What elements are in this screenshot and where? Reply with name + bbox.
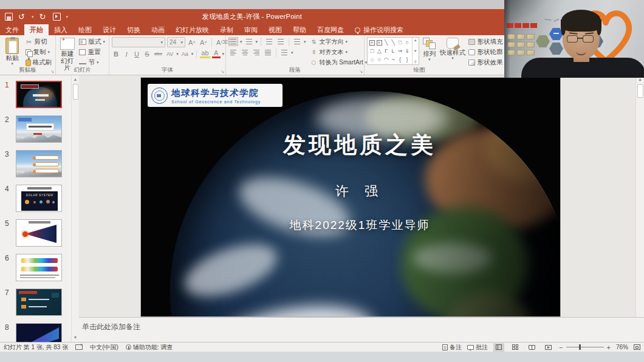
align-text-button[interactable]: ⇕ 对齐文本 ▾ [310,47,368,56]
shape-arrow-right-icon[interactable]: ⇒ [397,47,403,55]
zoom-in-icon[interactable]: + [607,344,611,350]
comments-toggle-button[interactable]: 批注 [467,343,488,352]
shape-textbox-icon[interactable]: A [369,40,375,46]
font-dialog-launcher-icon[interactable]: ↘ [221,69,224,74]
grow-font-icon[interactable]: A˄ [187,38,197,47]
shape-arc-icon[interactable]: ◠ [383,55,389,64]
quick-styles-button[interactable]: 快速样式 ▾ [440,37,466,60]
tab-help[interactable]: 帮助 [287,24,312,35]
notes-toggle-button[interactable]: 备注 [442,343,462,352]
slide-thumbnail-3[interactable] [16,150,62,177]
slide-author[interactable]: 许 强 [159,182,560,200]
fit-slide-icon[interactable] [634,344,640,350]
shape-oval-icon[interactable]: ○ [403,38,410,47]
tab-design[interactable]: 设计 [97,24,122,35]
zoom-slider[interactable] [566,347,604,347]
tab-review[interactable]: 审阅 [239,24,263,35]
shape-textbox2-icon[interactable]: A [377,40,382,46]
shape-line-icon[interactable]: ╲ [383,38,389,47]
tab-file[interactable]: 文件 [0,24,24,35]
slide-thumbnail-1[interactable] [16,81,62,108]
tab-slideshow[interactable]: 幻灯片放映 [170,24,214,35]
slide-thumbnail-2[interactable] [16,115,62,143]
thumbnail-row-7[interactable]: 7 [0,289,71,316]
columns-icon[interactable] [279,48,289,57]
slideshow-view-button[interactable] [543,343,553,352]
justify-icon[interactable] [263,48,273,57]
scroll-down-icon[interactable]: ▼ [74,335,78,341]
tab-animations[interactable]: 动画 [146,24,170,35]
thumbnail-row-5[interactable]: 5 [0,219,71,247]
slide-subtitle[interactable]: 地科2022级1班学业导师 [159,217,560,233]
paste-button[interactable]: 粘贴 ▾ [2,37,22,66]
shape-elbow-icon[interactable]: Γ [383,47,389,55]
shape-rect-icon[interactable]: □ [397,38,403,47]
shapes-scroll-up-icon[interactable]: ▲ [414,38,417,42]
cut-button[interactable]: ✂ 剪切 [24,37,53,47]
shape-rounded-rect-icon[interactable]: □ [369,47,375,55]
underline-button[interactable]: U [132,49,141,58]
thumbnail-row-3[interactable]: 3 [0,150,71,177]
thumbnail-scrollbar[interactable]: ▲ ▼ [71,75,79,342]
normal-view-button[interactable] [493,343,504,352]
tell-me-search[interactable]: 操作说明搜索 [349,24,409,35]
shapes-gallery[interactable]: A A ╲ ╲ □ ○ □ △ Γ L ⇒ ⇓ ⌂ ☆ ◠ ~ { [367,37,419,65]
character-spacing-button[interactable]: AV [165,49,174,58]
slide-sorter-view-button[interactable] [510,343,521,352]
slide-thumbnail-4[interactable]: SOLAR SYSTEM [16,185,62,212]
tab-home[interactable]: 开始 [24,24,49,35]
zoom-percentage[interactable]: 76% [616,344,628,350]
thumbnail-row-6[interactable]: 6 [0,254,71,281]
text-direction-button[interactable]: ⇅ 文字方向 ▾ [310,37,368,46]
slide-thumbnail-5[interactable] [16,219,62,247]
slide-thumbnail-7[interactable] [16,289,62,316]
shapes-scroll-down-icon[interactable]: ▼ [414,49,417,53]
slide-editor[interactable]: 地球科学与技术学院 School of Geoscience and Techn… [141,78,560,316]
thumbnail-row-1[interactable]: 1 [0,81,71,108]
clipboard-dialog-launcher-icon[interactable]: ↘ [50,69,54,74]
align-right-icon[interactable] [252,48,261,57]
zoom-out-icon[interactable]: − [559,344,563,350]
decrease-indent-icon[interactable] [264,37,274,46]
tab-draw[interactable]: 绘图 [73,24,97,35]
convert-smartart-button[interactable]: ⬡ 转换为 SmartArt ▾ [310,58,368,67]
shape-star-icon[interactable]: ☆ [375,55,382,64]
shape-brace-right-icon[interactable]: } [403,55,410,64]
slide-thumbnail-8[interactable] [16,323,62,342]
shape-elbow2-icon[interactable]: L [389,47,396,55]
zoom-slider-handle[interactable] [579,344,581,350]
layout-button[interactable]: 版式 ▾ [78,37,106,47]
shapes-more-icon[interactable]: ⊽ [414,60,417,64]
shape-freeform-icon[interactable]: ⌂ [369,55,375,64]
tab-transitions[interactable]: 切换 [122,24,146,35]
reading-view-button[interactable] [526,343,537,352]
scrollbar-thumb[interactable] [637,84,643,98]
shape-curve-icon[interactable]: ~ [389,55,396,64]
slide-title[interactable]: 发现地质之美 [159,130,560,160]
line-spacing-icon[interactable] [292,37,302,46]
copy-button[interactable]: 复制 ▾ [24,47,53,57]
shape-arrow-down-icon[interactable]: ⇓ [403,47,410,55]
bullets-button[interactable] [228,37,238,46]
shape-triangle-icon[interactable]: △ [375,47,382,55]
font-name-combo[interactable]: ▾ [112,37,165,47]
align-left-icon[interactable] [228,48,238,57]
thumbnail-row-2[interactable]: 2 [0,115,71,143]
shapes-gallery-scroll[interactable]: ▲ ▼ ⊽ [412,38,419,64]
increase-indent-icon[interactable] [276,37,286,46]
italic-button[interactable]: I [122,49,131,58]
strikethrough-button[interactable]: S [143,49,151,58]
bold-button[interactable]: B [112,49,120,58]
slide-thumbnail-6[interactable] [16,254,62,281]
shape-fill-button[interactable]: 形状填充 ▾ [467,37,508,47]
thumbnail-row-4[interactable]: 4 SOLAR SYSTEM [0,185,71,212]
accessibility-status[interactable]: 辅助功能: 调查 [126,343,173,352]
scroll-up-icon[interactable]: ▲ [74,77,78,83]
shape-outline-button[interactable]: 形状轮廓 ▾ [467,47,508,57]
tab-record[interactable]: 录制 [214,24,239,35]
tab-baidu-netdisk[interactable]: 百度网盘 [312,24,349,35]
thumbnail-row-8[interactable]: 8 [0,323,71,342]
align-center-icon[interactable] [240,48,250,57]
strikethrough-abc-icon[interactable]: abc [153,49,163,58]
language-status[interactable]: 中文(中国) [90,343,118,352]
